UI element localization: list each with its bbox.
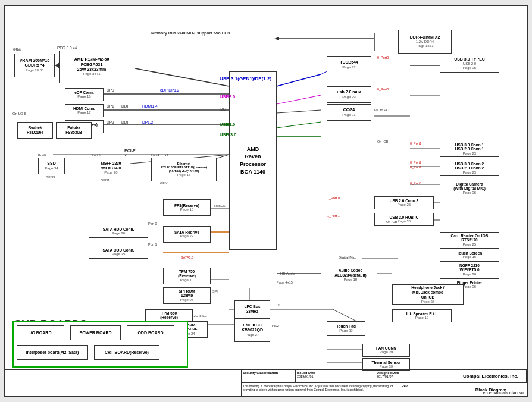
touch-screen-page: Page 16 bbox=[463, 255, 476, 259]
ffs-page: Page 10 bbox=[180, 208, 193, 212]
ffs-block: FFS(Reserve) Page 10 bbox=[163, 199, 211, 216]
fan-conn-page: Page 39 bbox=[380, 350, 393, 354]
digital-camera-page: Page 36 bbox=[463, 191, 476, 195]
vram-block: VRAM 266M*16GDDR5 *4 Page 33,85 bbox=[14, 54, 55, 77]
port1-label1: 0_Port1 bbox=[410, 142, 421, 145]
svg-line-9 bbox=[277, 122, 321, 128]
vram-bit-label: 64bit bbox=[13, 48, 21, 51]
sata-odd-label: SATA ODD Conn. bbox=[103, 248, 134, 253]
arrow-vram-gpu bbox=[55, 62, 61, 68]
ddr4-block: DDR4-DIMM X2 1.2V DDR4 Page 15+1 bbox=[398, 30, 452, 54]
ssd-page: Page 34 bbox=[45, 167, 58, 171]
edp-conn-label: eDP Conn. bbox=[74, 90, 94, 95]
ethernet-label: EthernetRTL8106E/RTL8111E(reserve)(10/10… bbox=[161, 162, 207, 174]
port4-label: Port 4 bbox=[151, 153, 159, 157]
tusb544-page: Page 33 bbox=[342, 65, 355, 70]
port0-ssd: Port0 bbox=[38, 153, 46, 157]
ccg4-page: Page 31 bbox=[342, 113, 355, 117]
io-board-label: I/O BOARD bbox=[30, 331, 52, 335]
usb31-label: USB 3.1(GEN1)/DP(1.2) bbox=[220, 76, 271, 81]
ene-kbc-page: Page 27 bbox=[246, 333, 259, 337]
diagram-area: VRAM 266M*16GDDR5 *4 Page 33,85 64bit AM… bbox=[5, 6, 527, 396]
usb20-conn3-block: USB 2.0 Conn.3 Page 26 bbox=[374, 196, 434, 209]
card-reader-label: Card Reader On IOBRTS5170 bbox=[451, 234, 489, 243]
svg-line-8 bbox=[277, 110, 321, 113]
dp0-label: DP0 bbox=[107, 88, 114, 92]
usb30-label: USB 3.0 bbox=[220, 132, 236, 137]
finger-printer-page: Page 36 bbox=[463, 285, 476, 289]
port3-label: 0_Port3 bbox=[410, 181, 421, 185]
int-speaker-label: Int. Speaker R / L bbox=[406, 312, 438, 316]
usb20-mux-label: usb 2.0 mux bbox=[337, 90, 361, 95]
vram-label: VRAM 266M*16GDDR5 *4 bbox=[20, 58, 50, 68]
i2c-label2: I2C bbox=[277, 303, 282, 307]
port0-sata: Port 0 bbox=[148, 222, 157, 225]
footer-left bbox=[5, 370, 241, 396]
usb20-hub-block: USB 2.0 HUB IC Page 35 bbox=[374, 213, 434, 226]
boards-container: I/O BOARD POWER BOARD ODD BOARD interpos… bbox=[12, 321, 188, 368]
ps2-label: PS/2 bbox=[272, 324, 279, 328]
edp-dp12-label: eDP DP1.2 bbox=[160, 88, 179, 92]
hdmi-conn-block: HDMI Conn. Page 17 bbox=[65, 104, 104, 117]
company-name: Compal Electronics, Inc. bbox=[463, 373, 518, 379]
touch-screen-label: Touch Screen bbox=[457, 251, 483, 256]
fan-conn-label: FAN CONN bbox=[376, 346, 396, 351]
audio-codec-label: Audio CodecALC3234(default) bbox=[334, 268, 366, 278]
usb30-typec-label: USB 3.0 TYPEC bbox=[454, 57, 485, 62]
smbus-label: SMBUS bbox=[214, 204, 226, 208]
int-speaker-page: Page 19 bbox=[415, 316, 428, 320]
i-port1-label: 1_Port 1 bbox=[327, 214, 340, 218]
digital-camera-label: Digital Camera(With Digital MIC) bbox=[453, 182, 486, 191]
port0-label2: 0_Port0 bbox=[377, 87, 389, 91]
ffs-label: FFS(Reserve) bbox=[174, 203, 199, 208]
usb30-conn1-label: USB 3.0 Conn.1USB 2.0 Conn.1 bbox=[455, 143, 484, 152]
tpm750-page: Page 10 bbox=[180, 278, 193, 282]
footer: Security Classification Issued Date 2019… bbox=[5, 369, 527, 396]
ethernet-block: EthernetRTL8106E/RTL8111E(reserve)(10/10… bbox=[151, 158, 217, 181]
fan-conn-block: FAN CONN Page 39 bbox=[362, 344, 410, 357]
tusb544-label: TUSB544 bbox=[340, 60, 358, 65]
headphone-page: Page 38 bbox=[421, 300, 434, 304]
usb20-conn3-label: USB 2.0 Conn.3 bbox=[390, 199, 418, 203]
sata-hdd-block: SATA HDD Conn. Page 20 bbox=[89, 225, 148, 238]
ngff-wifi1-label: NGFF 2230WiFi/BT4.0 bbox=[101, 161, 121, 171]
io-board-item: I/O BOARD bbox=[17, 325, 64, 340]
i2c-to-ec-2: I2C to EC bbox=[193, 314, 207, 318]
ddi2-label: DDI bbox=[121, 120, 128, 124]
tpm650-label: TPM 650(Reserve) bbox=[160, 311, 178, 321]
page-range-label: Page 4+15 bbox=[277, 281, 293, 284]
usb30-typec-block: USB 3.0 TYPEC USB 2.0 Page 35 bbox=[440, 55, 499, 73]
dp12-label: DP1.2 bbox=[142, 120, 153, 124]
audio-codec-page: Page 18 bbox=[344, 278, 357, 282]
spi-rom-page: Page 98 bbox=[180, 298, 193, 302]
tpm750-label: TPM 750(Reserve) bbox=[178, 269, 196, 279]
sata-hdd-page: Page 20 bbox=[112, 231, 125, 235]
usb20-conn3-page: Page 26 bbox=[398, 203, 411, 207]
port1-sata: Port 1 bbox=[148, 243, 157, 246]
ngff-wifi2-page: Page 20 bbox=[463, 272, 476, 277]
port5-label: Port 5 bbox=[92, 153, 101, 157]
sata-odd-block: SATA ODD Conn. Page 35 bbox=[89, 246, 148, 259]
ngff-wifi2-block: NGFF 2230WiFi/BT5.0 Page 20 bbox=[440, 262, 499, 278]
port2-label2: 0_Port2 bbox=[410, 165, 421, 169]
svg-marker-42 bbox=[55, 62, 60, 68]
ethernet-page: Page 17 bbox=[177, 173, 190, 177]
svg-line-5 bbox=[277, 74, 321, 86]
realtek-block: RealtekRTD2164 bbox=[17, 122, 53, 139]
gen3-label: GEN3 bbox=[46, 175, 55, 179]
page-container: VRAM 266M*16GDDR5 *4 Page 33,85 64bit AM… bbox=[4, 5, 528, 397]
dp1-label: DP1 bbox=[107, 104, 114, 108]
touchpad-page: Page 39 bbox=[339, 329, 352, 333]
spi-rom-block: SPI ROM128Mb Page 98 bbox=[163, 287, 211, 304]
sata-odd-page: Page 35 bbox=[112, 252, 125, 256]
interposer-item: interposer board(M2_Sata) bbox=[17, 345, 88, 360]
futuba-label: FutubaFS8530B bbox=[65, 125, 82, 135]
on-iob-left-label: On I/O B bbox=[12, 112, 26, 115]
security-cell: Security Classification bbox=[242, 370, 296, 382]
memory-bus-label: Memory Bus 2400MHZ support two CHs bbox=[151, 31, 230, 35]
designed-date-value: 2017/01/07 bbox=[377, 375, 453, 378]
ccg4-label: CCG4 bbox=[343, 108, 355, 112]
usb20-mux-block: usb 2.0 mux Page 29 bbox=[327, 86, 371, 103]
confidential-text: This drawing is proprietary to Compal El… bbox=[243, 384, 393, 391]
sata10-label: SATA1.0 bbox=[181, 256, 193, 259]
